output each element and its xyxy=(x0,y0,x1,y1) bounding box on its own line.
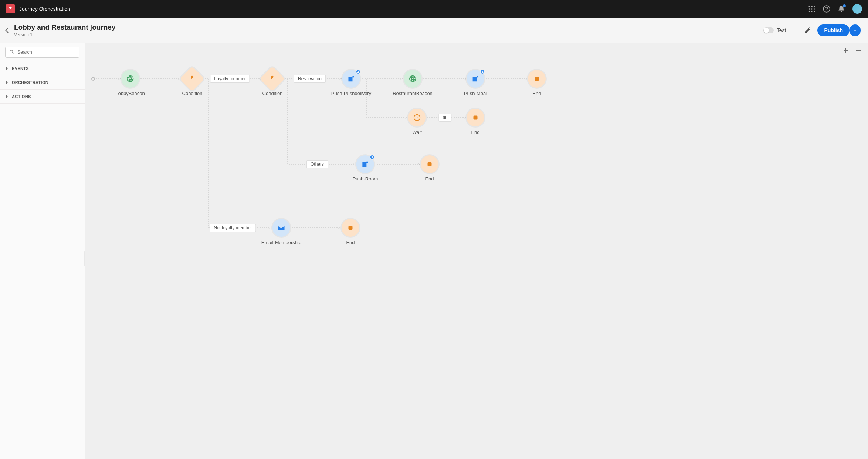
edit-button[interactable] xyxy=(804,27,811,34)
svg-rect-27 xyxy=(349,226,353,230)
branch-icon xyxy=(260,66,285,91)
svg-point-8 xyxy=(814,11,815,12)
node-push-delivery[interactable]: 1 Push-Pushdelivery xyxy=(331,70,371,96)
node-label: RestaurantBeacon xyxy=(393,91,433,96)
node-label: LobbyBeacon xyxy=(115,91,145,96)
test-toggle-label: Test xyxy=(777,27,786,33)
branch-icon xyxy=(180,66,205,91)
journey-title: Lobby and Restaurant journey xyxy=(14,23,763,31)
category-actions[interactable]: ACTIONS xyxy=(0,90,85,104)
publish-dropdown[interactable] xyxy=(850,24,861,36)
path-label-reservation[interactable]: Reservation xyxy=(294,75,326,83)
path-label-6h[interactable]: 6h xyxy=(438,114,451,122)
svg-point-2 xyxy=(814,6,815,7)
start-dot xyxy=(91,77,95,81)
end-icon xyxy=(467,109,484,126)
test-toggle-wrap: Test xyxy=(763,27,786,33)
chevron-right-icon xyxy=(5,81,9,84)
node-label: End xyxy=(425,176,434,182)
topbar-right: ? xyxy=(808,4,862,14)
node-condition-1[interactable]: Condition xyxy=(182,70,203,96)
globe-icon xyxy=(121,70,139,88)
publish-group: Publish xyxy=(817,24,861,36)
journey-version: Version 1 xyxy=(14,32,763,37)
node-label: Push-Meal xyxy=(464,91,487,96)
svg-point-3 xyxy=(809,8,810,9)
chevron-right-icon xyxy=(5,95,9,98)
email-icon xyxy=(272,219,290,237)
publish-button[interactable]: Publish xyxy=(817,24,850,36)
node-label: Email-Membership xyxy=(261,240,301,245)
node-label: Push-Room xyxy=(353,176,378,182)
category-events[interactable]: EVENTS xyxy=(0,61,85,75)
node-wait[interactable]: Wait xyxy=(408,109,426,135)
svg-point-11 xyxy=(10,50,13,53)
sidebar: EVENTS ORCHESTRATION ACTIONS xyxy=(0,43,85,459)
apps-grid-icon[interactable] xyxy=(808,5,816,13)
svg-line-12 xyxy=(13,53,14,54)
user-avatar[interactable] xyxy=(852,4,862,14)
node-end-1[interactable]: End xyxy=(528,70,546,96)
connectors xyxy=(85,43,868,459)
app-name: Journey Orchestration xyxy=(19,6,808,12)
test-toggle[interactable] xyxy=(763,27,774,33)
search-wrap xyxy=(0,43,85,61)
title-block: Lobby and Restaurant journey Version 1 xyxy=(14,23,763,37)
node-condition-2[interactable]: Condition xyxy=(262,70,283,96)
category-label: ACTIONS xyxy=(12,94,31,99)
node-label: Condition xyxy=(182,91,203,96)
node-badge: 1 xyxy=(370,155,375,160)
push-icon: 1 xyxy=(356,155,374,173)
notifications-icon[interactable] xyxy=(838,5,845,13)
path-label-loyalty[interactable]: Loyalty member xyxy=(210,75,250,83)
help-icon[interactable]: ? xyxy=(823,5,830,13)
node-email-membership[interactable]: Email-Membership xyxy=(261,219,301,245)
svg-rect-26 xyxy=(428,162,432,166)
clock-icon xyxy=(408,109,426,126)
canvas-inner: LobbyBeacon Condition Loyalty member Con… xyxy=(85,43,868,459)
node-label: Push-Pushdelivery xyxy=(331,91,371,96)
topbar: Journey Orchestration ? xyxy=(0,0,868,18)
node-badge: 1 xyxy=(480,69,485,74)
node-end-2[interactable]: End xyxy=(467,109,484,135)
subheader: Lobby and Restaurant journey Version 1 T… xyxy=(0,18,868,43)
svg-text:?: ? xyxy=(825,6,828,11)
svg-point-5 xyxy=(814,8,815,9)
push-icon: 1 xyxy=(342,70,360,88)
node-end-4[interactable]: End xyxy=(342,219,359,245)
search-box[interactable] xyxy=(5,47,79,58)
svg-point-7 xyxy=(811,11,812,12)
node-label: End xyxy=(346,240,355,245)
subheader-actions: Test Publish xyxy=(763,24,861,36)
push-icon: 1 xyxy=(467,70,484,88)
node-push-meal[interactable]: 1 Push-Meal xyxy=(464,70,487,96)
category-orchestration[interactable]: ORCHESTRATION xyxy=(0,75,85,90)
node-badge: 1 xyxy=(356,69,361,74)
back-button[interactable] xyxy=(4,27,11,34)
end-icon xyxy=(342,219,359,237)
node-push-room[interactable]: 1 Push-Room xyxy=(353,155,378,182)
svg-point-6 xyxy=(809,11,810,12)
end-icon xyxy=(421,155,438,173)
node-label: Wait xyxy=(412,129,422,135)
search-icon xyxy=(9,49,14,55)
node-end-3[interactable]: End xyxy=(421,155,438,182)
canvas[interactable]: LobbyBeacon Condition Loyalty member Con… xyxy=(85,43,868,459)
content: EVENTS ORCHESTRATION ACTIONS xyxy=(0,43,868,459)
path-label-others[interactable]: Others xyxy=(306,160,328,168)
app-logo-icon xyxy=(6,4,15,13)
globe-icon xyxy=(404,70,421,88)
end-icon xyxy=(528,70,546,88)
node-restaurant-beacon[interactable]: RestaurantBeacon xyxy=(393,70,433,96)
node-label: End xyxy=(471,129,479,135)
search-input[interactable] xyxy=(17,50,75,55)
svg-point-0 xyxy=(809,6,810,7)
node-label: End xyxy=(532,91,541,96)
divider xyxy=(795,25,795,36)
category-label: ORCHESTRATION xyxy=(12,80,48,85)
node-lobby-beacon[interactable]: LobbyBeacon xyxy=(115,70,145,96)
path-label-not-loyalty[interactable]: Not loyalty member xyxy=(210,224,256,232)
svg-rect-23 xyxy=(535,77,539,81)
svg-point-1 xyxy=(811,6,812,7)
category-label: EVENTS xyxy=(12,66,29,71)
